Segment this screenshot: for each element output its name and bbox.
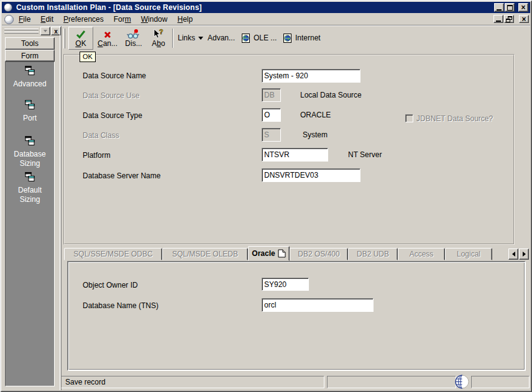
field-label-data-source-type: Data Source Type: [83, 111, 142, 120]
data-source-use-input: [262, 88, 281, 102]
data-source-type-description: ORACLE: [300, 111, 331, 119]
jdbnet-checkbox-label: JDBNET Data Source?: [416, 114, 493, 123]
cancel-x-icon: [103, 29, 112, 39]
data-source-use-description: Local Data Source: [300, 91, 362, 99]
field-label-object-owner-id: Object Owner ID: [83, 281, 138, 289]
field-label-data-source-use: Data Source Use: [83, 91, 139, 100]
advanced-arrow-icon: [198, 37, 203, 40]
sidebar-item-port[interactable]: Port: [6, 99, 54, 123]
tab-tools[interactable]: Tools: [5, 37, 55, 50]
mdi-restore-button[interactable]: [504, 15, 514, 23]
ole-document-globe-icon: [241, 33, 250, 43]
ole-button[interactable]: OLE ...: [241, 25, 277, 50]
sidebar-exit-panel: Advanced Port Database Sizing Default Si…: [5, 62, 55, 386]
toolbar-separator: [172, 29, 173, 48]
jdbnet-checkbox: [405, 114, 413, 122]
form-windows-icon: [24, 135, 36, 147]
data-class-description: System: [303, 130, 328, 139]
form-windows-icon: [24, 65, 36, 76]
tab-form[interactable]: Form: [5, 50, 55, 62]
menu-preferences[interactable]: Preferences: [58, 14, 109, 25]
left-arrow-icon: [512, 252, 515, 257]
svg-text:?: ?: [159, 29, 163, 35]
status-panel-3: [471, 376, 530, 388]
mdi-close-icon: ×: [521, 16, 526, 22]
field-label-platform: Platform: [83, 151, 111, 160]
about-button[interactable]: ? Abo: [147, 27, 170, 50]
form-windows-icon: [24, 171, 36, 183]
platform-input[interactable]: [262, 148, 328, 162]
cancel-button[interactable]: Can...: [95, 27, 120, 50]
form-windows-icon: [24, 99, 36, 111]
maximize-icon: [507, 5, 513, 11]
menu-window[interactable]: Window: [136, 14, 173, 25]
tab-scroll-right-button[interactable]: [519, 248, 529, 260]
check-icon: [76, 29, 86, 39]
dropdown-arrow-icon: [44, 30, 47, 32]
status-panel-2: [327, 376, 456, 388]
links-label: Links: [178, 25, 195, 50]
object-owner-id-input[interactable]: [262, 278, 309, 291]
platform-description: NT Server: [348, 150, 382, 159]
field-label-data-source-name: Data Source Name: [83, 71, 146, 80]
sidebar-toolbar-grip2[interactable]: [4, 32, 39, 34]
menu-form[interactable]: Form: [109, 14, 136, 25]
menu-edit[interactable]: Edit: [35, 14, 58, 25]
page-icon: [278, 249, 286, 258]
tab-sql-msde-oledb: SQL/MSDE OLEDB: [162, 248, 248, 260]
tab-logical: Logical: [445, 248, 492, 260]
internet-button[interactable]: Internet: [283, 25, 321, 50]
field-label-data-class: Data Class: [83, 131, 119, 140]
close-button[interactable]: ×: [518, 3, 528, 12]
glasses-icon: [127, 29, 140, 39]
advanced-dropdown[interactable]: Advan...: [198, 25, 235, 50]
mdi-minimize-button[interactable]: [493, 15, 503, 23]
ok-tooltip: OK: [80, 52, 96, 62]
data-class-input: [262, 128, 281, 142]
sidebar-main-divider: [60, 26, 62, 390]
mdi-child-globe-icon: [4, 15, 14, 24]
tab-access: Access: [398, 248, 445, 260]
tab-oracle[interactable]: Oracle: [248, 246, 290, 261]
field-label-database-name-tns: Database Name (TNS): [83, 301, 158, 310]
right-arrow-icon: [523, 252, 526, 257]
sidebar-toolbar-grip[interactable]: [4, 29, 39, 30]
menu-help[interactable]: Help: [172, 14, 198, 25]
maximize-button[interactable]: [505, 3, 515, 12]
window-title: Custom Installation Plan - [Data Source …: [16, 3, 202, 12]
tab-sql-sse-msde-odbc: SQL/SSE/MSDE ODBC: [64, 248, 162, 260]
database-server-name-input[interactable]: [262, 168, 360, 182]
internet-document-globe-icon: [283, 33, 292, 43]
status-globe-icon: [455, 375, 469, 389]
status-message: Save record: [65, 378, 106, 386]
data-source-type-input[interactable]: [262, 108, 281, 122]
data-source-name-input[interactable]: [262, 69, 360, 83]
sidebar-item-database-sizing[interactable]: Database Sizing: [6, 135, 54, 168]
display-errors-button[interactable]: Dis...: [121, 27, 146, 50]
minimize-button[interactable]: [494, 3, 504, 12]
database-name-tns-input[interactable]: [262, 298, 374, 312]
sidebar-item-advanced[interactable]: Advanced: [6, 65, 54, 89]
small-close-icon: x: [54, 29, 58, 34]
app-globe-icon: [4, 3, 12, 12]
title-bar: Custom Installation Plan - [Data Source …: [2, 2, 530, 13]
ok-button[interactable]: OK: [68, 27, 93, 50]
status-message-panel: Save record: [61, 376, 324, 388]
mdi-restore-icon: [506, 16, 512, 22]
help-cursor-icon: ?: [153, 29, 164, 39]
field-label-database-server-name: Database Server Name: [83, 171, 160, 180]
tab-db2-udb: DB2 UDB: [348, 248, 398, 260]
main-toolbar-grip[interactable]: [63, 29, 65, 48]
mdi-close-button[interactable]: ×: [519, 15, 529, 23]
sidebar-item-default-sizing[interactable]: Default Sizing: [6, 171, 54, 204]
toolbar-row: x OK Can...: [2, 25, 530, 51]
mdi-minimize-icon: [496, 21, 501, 22]
close-icon: ×: [521, 4, 525, 11]
menu-file[interactable]: File: [14, 14, 35, 25]
tab-scroll-left-button[interactable]: [508, 248, 518, 260]
minimize-icon: [497, 9, 502, 11]
app-window: Custom Installation Plan - [Data Source …: [0, 0, 532, 392]
tab-db2-os400: DB2 OS/400: [290, 248, 348, 260]
menu-bar: File Edit Preferences Form Window Help ×: [2, 13, 530, 25]
sidebar-dropdown-button[interactable]: [40, 27, 50, 35]
